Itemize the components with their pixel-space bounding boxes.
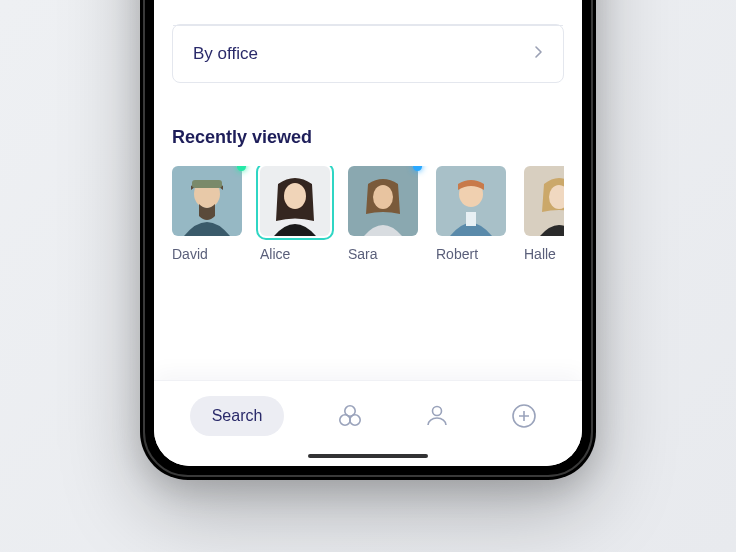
person-card[interactable]: Halle [524,166,564,262]
person-card[interactable]: David [172,166,242,262]
person-name: Halle [524,246,564,262]
avatar[interactable] [172,166,242,236]
svg-rect-2 [192,180,222,188]
person-name: Alice [260,246,330,262]
svg-point-17 [349,414,359,424]
plus-icon[interactable] [502,394,546,438]
avatar[interactable] [524,166,564,236]
phone-frame: By office Recently viewed David [140,0,596,480]
filter-by-office-label: By office [193,44,258,64]
tab-search-label: Search [212,407,263,424]
filter-by-office[interactable]: By office [173,25,563,82]
person-card[interactable]: Alice [260,166,330,262]
person-name: Robert [436,246,506,262]
svg-point-5 [284,183,306,209]
avatar[interactable] [436,166,506,236]
content-area: By office Recently viewed David [154,0,582,380]
home-indicator[interactable] [308,454,428,458]
avatar[interactable] [260,166,330,236]
person-name: David [172,246,242,262]
svg-point-16 [339,414,349,424]
person-icon[interactable] [415,394,459,438]
person-card[interactable]: Robert [436,166,506,262]
recently-viewed-title: Recently viewed [172,127,564,148]
svg-point-8 [373,185,393,209]
avatar[interactable] [348,166,418,236]
person-card[interactable]: Sara [348,166,418,262]
recently-viewed-row[interactable]: David Alice [172,166,564,262]
svg-point-18 [432,406,441,415]
tab-search[interactable]: Search [190,396,285,436]
circles-icon[interactable] [328,394,372,438]
status-dot [237,166,246,171]
phone-screen: By office Recently viewed David [154,0,582,466]
svg-rect-11 [466,212,476,226]
person-name: Sara [348,246,418,262]
status-dot [413,166,422,171]
filter-card: By office [172,24,564,83]
chevron-right-icon [533,45,543,63]
